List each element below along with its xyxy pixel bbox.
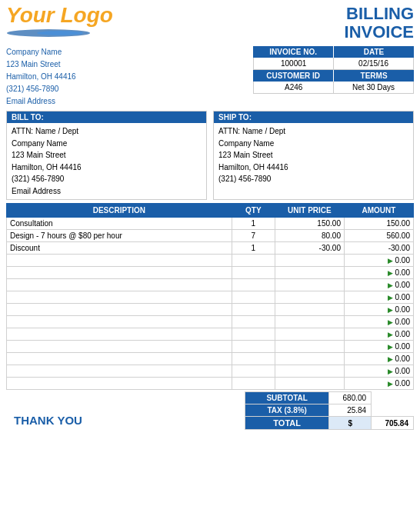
totals-section: THANK YOU SUBTOTAL 680.00 TAX (3.8%) 25.… <box>6 391 414 430</box>
totals-table: SUBTOTAL 680.00 TAX (3.8%) 25.84 TOTAL $… <box>245 391 414 430</box>
invoice-page: Your Logo BILLING INVOICE Company Name 1… <box>0 0 420 506</box>
table-row: ▶ 0.00 <box>7 378 414 390</box>
row-description <box>7 291 232 304</box>
row-unit-price <box>275 365 344 378</box>
tax-label: TAX (3.8%) <box>245 404 329 417</box>
row-amount: 560.00 <box>344 230 413 242</box>
date-label: DATE <box>334 46 414 58</box>
row-description <box>7 378 232 390</box>
table-row: ▶ 0.00 <box>7 316 414 328</box>
row-description <box>7 316 232 328</box>
header-description: DESCRIPTION <box>7 204 232 218</box>
billing-invoice-title: BILLING INVOICE <box>345 5 414 42</box>
customer-id-value: A246 <box>254 82 334 93</box>
logo-text: Your Logo <box>6 5 113 26</box>
row-amount: ▶ 0.00 <box>344 378 413 390</box>
row-qty: 1 <box>232 218 275 230</box>
row-qty <box>232 316 275 328</box>
row-qty <box>232 304 275 316</box>
row-qty <box>232 291 275 304</box>
company-city: Hamilton, OH 44416 <box>6 71 247 83</box>
customer-id-label: CUSTOMER ID <box>253 70 334 82</box>
ship-to-body: ATTN: Name / Dept Company Name 123 Main … <box>214 123 413 188</box>
bill-to-body: ATTN: Name / Dept Company Name 123 Main … <box>7 123 206 199</box>
total-dollar: $ <box>329 417 372 430</box>
row-qty <box>232 365 275 378</box>
row-qty: 1 <box>232 242 275 255</box>
company-phone: (321) 456-7890 <box>6 83 247 95</box>
row-amount: 150.00 <box>344 218 413 230</box>
address-section: BILL TO: ATTN: Name / Dept Company Name … <box>6 111 414 200</box>
row-amount: ▶ 0.00 <box>344 304 413 316</box>
row-description <box>7 353 232 365</box>
row-amount: ▶ 0.00 <box>344 291 413 304</box>
row-description: Design - 7 hours @ $80 per hour <box>7 230 232 242</box>
total-value: 705.84 <box>372 417 414 430</box>
row-amount: -30.00 <box>344 242 413 255</box>
invoice-no-label: INVOICE NO. <box>253 46 334 58</box>
row-description <box>7 255 232 267</box>
row-description <box>7 267 232 279</box>
bill-email: Email Address <box>12 185 202 198</box>
row-unit-price: 150.00 <box>275 218 344 230</box>
bill-attn: ATTN: Name / Dept <box>12 125 202 138</box>
row-qty <box>232 255 275 267</box>
terms-label: TERMS <box>334 70 414 82</box>
bill-street: 123 Main Street <box>12 149 202 161</box>
bill-to-header: BILL TO: <box>7 112 206 123</box>
row-unit-price <box>275 328 344 341</box>
table-row: ▶ 0.00 <box>7 328 414 341</box>
bill-to-block: BILL TO: ATTN: Name / Dept Company Name … <box>6 111 207 200</box>
row-unit-price <box>275 378 344 390</box>
invoice-text: INVOICE <box>345 23 414 42</box>
row-unit-price: 80.00 <box>275 230 344 242</box>
logo-area: Your Logo <box>6 5 113 38</box>
row-qty <box>232 341 275 353</box>
bill-company: Company Name <box>12 138 202 150</box>
bill-city: Hamilton, OH 44416 <box>12 161 202 174</box>
header-unit-price: UNIT PRICE <box>275 204 344 218</box>
table-row: ▶ 0.00 <box>7 255 414 267</box>
row-description: Discount <box>7 242 232 255</box>
company-email: Email Address <box>6 95 247 108</box>
row-unit-price <box>275 279 344 291</box>
row-unit-price: -30.00 <box>275 242 344 255</box>
table-row: ▶ 0.00 <box>7 365 414 378</box>
tax-value: 25.84 <box>329 404 372 417</box>
ship-to-header: SHIP TO: <box>214 112 413 123</box>
meta-data-row1: 100001 02/15/16 <box>253 58 414 70</box>
svg-point-1 <box>37 31 83 35</box>
subtotal-value: 680.00 <box>329 392 372 404</box>
row-description <box>7 341 232 353</box>
row-unit-price <box>275 353 344 365</box>
header-qty: QTY <box>232 204 275 218</box>
invoice-no-value: 100001 <box>254 58 334 69</box>
table-header-row: DESCRIPTION QTY UNIT PRICE AMOUNT <box>7 204 414 218</box>
meta-data-row2: A246 Net 30 Days <box>253 82 414 94</box>
header-amount: AMOUNT <box>344 204 413 218</box>
logo-oval <box>6 28 91 38</box>
terms-value: Net 30 Days <box>334 82 413 93</box>
row-unit-price <box>275 304 344 316</box>
bill-phone: (321) 456-7890 <box>12 173 202 185</box>
table-row: Consultation1150.00150.00 <box>7 218 414 230</box>
row-unit-price <box>275 255 344 267</box>
row-amount: ▶ 0.00 <box>344 353 413 365</box>
thank-you-text: THANK YOU <box>6 414 82 430</box>
total-label: TOTAL <box>245 417 329 430</box>
table-row: ▶ 0.00 <box>7 279 414 291</box>
ship-attn: ATTN: Name / Dept <box>218 125 408 138</box>
row-qty: 7 <box>232 230 275 242</box>
row-description <box>7 304 232 316</box>
invoice-meta: INVOICE NO. DATE 100001 02/15/16 CUSTOME… <box>253 46 414 108</box>
total-row: TOTAL $ 705.84 <box>245 417 414 430</box>
tax-row: TAX (3.8%) 25.84 <box>245 404 414 417</box>
meta-header-row1: INVOICE NO. DATE <box>253 46 414 58</box>
row-unit-price <box>275 291 344 304</box>
row-amount: ▶ 0.00 <box>344 255 413 267</box>
ship-company: Company Name <box>218 138 408 150</box>
row-amount: ▶ 0.00 <box>344 316 413 328</box>
row-amount: ▶ 0.00 <box>344 341 413 353</box>
row-description <box>7 328 232 341</box>
subtotal-label: SUBTOTAL <box>245 392 329 404</box>
